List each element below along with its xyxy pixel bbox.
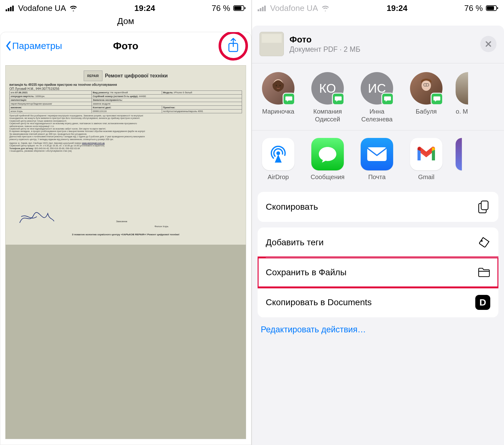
doc-heading: Ремонт цифрової техніки: [105, 73, 168, 79]
app-name: Почта: [368, 174, 386, 181]
close-icon: [485, 41, 492, 47]
svg-rect-13: [487, 6, 494, 10]
svg-rect-3: [12, 6, 14, 11]
copy-icon: [478, 201, 490, 213]
right-phone: Vodafone UA 19:24 76 % Фото Документ PDF…: [252, 0, 504, 445]
svg-rect-1: [8, 8, 9, 11]
nav-bar: Параметры Фото: [0, 32, 251, 60]
add-tags-action[interactable]: Добавить теги: [258, 227, 498, 257]
copy-to-documents-action[interactable]: Скопировать в Documents D: [258, 287, 498, 317]
avatar: [262, 72, 294, 105]
apps-row: AirDrop Сообщения Почта Gmail: [252, 130, 504, 188]
save-to-files-action[interactable]: Сохранить в Файлы: [258, 257, 498, 287]
app-name: Gmail: [418, 174, 434, 181]
svg-rect-10: [262, 7, 264, 11]
action-label: Добавить теги: [266, 237, 324, 247]
contact-name: Инна Селезнева: [357, 108, 397, 123]
contact-item[interactable]: ИС Инна Селезнева: [357, 72, 397, 123]
contact-name: Мариночка: [262, 108, 294, 123]
app-name: Сообщения: [311, 174, 345, 181]
contact-item[interactable]: Мариночка: [258, 72, 298, 123]
battery-percent: 76 %: [464, 3, 483, 13]
status-bar: Vodafone UA 19:24 76 %: [0, 0, 251, 16]
app-item-gmail[interactable]: Gmail: [406, 138, 446, 181]
edit-actions-link[interactable]: Редактировать действия…: [252, 317, 504, 342]
messages-badge-icon: [431, 93, 443, 105]
signal-icon: [6, 5, 15, 11]
document-preview[interactable]: REPAIR Ремонт цифрової техніки витанція …: [5, 65, 246, 439]
messages-badge-icon: [381, 93, 394, 105]
app-item-messages[interactable]: Сообщения: [308, 138, 348, 181]
messages-badge-icon: [283, 93, 295, 105]
doc-receipt-line: витанція № 49155 про прийом пристрою на …: [9, 83, 242, 86]
battery-percent: 76 %: [212, 3, 230, 13]
action-label: Скопировать: [266, 202, 318, 212]
signature-icon: [18, 210, 56, 226]
carrier-label: Vodafone UA: [18, 3, 66, 13]
contact-name: о. М: [456, 108, 468, 123]
svg-rect-8: [258, 9, 259, 11]
svg-rect-11: [264, 6, 266, 11]
svg-rect-0: [6, 9, 7, 11]
avatar: [456, 72, 468, 105]
contact-item[interactable]: Бабуля: [406, 72, 446, 123]
svg-rect-14: [497, 7, 498, 9]
contact-name: Бабуля: [416, 108, 437, 123]
share-title: Фото: [289, 35, 475, 45]
contact-name: Компания Одиссей: [308, 108, 348, 123]
messages-icon: [311, 138, 344, 170]
wifi-icon: [321, 5, 330, 11]
documents-app-icon: D: [475, 295, 490, 310]
share-subtitle: Документ PDF · 2 МБ: [289, 45, 475, 54]
share-icon: [227, 38, 240, 53]
messages-badge-icon: [332, 93, 344, 105]
document-page: REPAIR Ремонт цифрової техніки витанція …: [6, 66, 246, 245]
copy-action[interactable]: Скопировать: [258, 192, 498, 222]
tag-icon: [478, 236, 490, 249]
battery-icon: [233, 5, 246, 11]
svg-point-16: [276, 85, 277, 86]
wifi-icon: [69, 5, 78, 11]
contact-item[interactable]: о. М: [456, 72, 468, 123]
action-label: Сохранить в Файлы: [266, 267, 347, 277]
svg-rect-24: [367, 147, 387, 161]
background-nav-title: Дом: [0, 16, 251, 31]
actions-group: Скопировать: [258, 192, 498, 222]
share-button[interactable]: [227, 38, 240, 54]
doc-footer: З повагою колектив сервісного центру «ХА…: [6, 233, 246, 236]
document-thumbnail: [259, 32, 284, 56]
app-item-mail[interactable]: Почта: [357, 138, 397, 181]
contacts-row: Мариночка КО Компания Одиссей ИС: [252, 63, 504, 130]
signal-icon: [258, 5, 267, 11]
svg-rect-5: [234, 6, 241, 10]
doc-owner-line: ОП Луговий Н.М., ІНН:3077519256: [9, 87, 242, 90]
actions-group: Добавить теги Сохранить в Файлы Скопиров…: [258, 227, 498, 317]
avatar: ИС: [361, 72, 393, 105]
share-button-highlight: [219, 32, 248, 61]
status-bar: Vodafone UA 19:24 76 %: [252, 0, 504, 16]
status-time: 19:24: [330, 3, 464, 13]
app-item-partial[interactable]: [456, 138, 462, 181]
gmail-icon: [410, 138, 442, 170]
share-header: Фото Документ PDF · 2 МБ: [252, 26, 504, 63]
battery-icon: [486, 5, 498, 11]
svg-point-17: [279, 85, 281, 86]
contact-item[interactable]: КО Компания Одиссей: [308, 72, 348, 123]
preview-sheet: Параметры Фото REPAIR Ремонт цифрової те…: [0, 32, 251, 445]
background-peek: [252, 16, 504, 22]
doc-logo: REPAIR: [84, 71, 102, 81]
avatar: КО: [311, 72, 344, 105]
svg-rect-27: [481, 201, 488, 210]
chevron-left-icon: [5, 41, 12, 51]
doc-table: ата 07.06.2021 Вид ремонту: Не гарантійн…: [9, 90, 242, 113]
app-name: AirDrop: [268, 174, 289, 181]
app-item-airdrop[interactable]: AirDrop: [258, 138, 298, 181]
close-button[interactable]: [480, 36, 497, 52]
svg-rect-2: [10, 7, 12, 11]
status-time: 19:24: [78, 3, 212, 13]
folder-icon: [478, 266, 490, 279]
doc-fineprint: Пристрій прийнятий без розбирання і пере…: [9, 115, 242, 152]
back-button[interactable]: Параметры: [5, 41, 62, 51]
svg-rect-6: [245, 7, 245, 9]
mail-icon: [361, 138, 393, 170]
